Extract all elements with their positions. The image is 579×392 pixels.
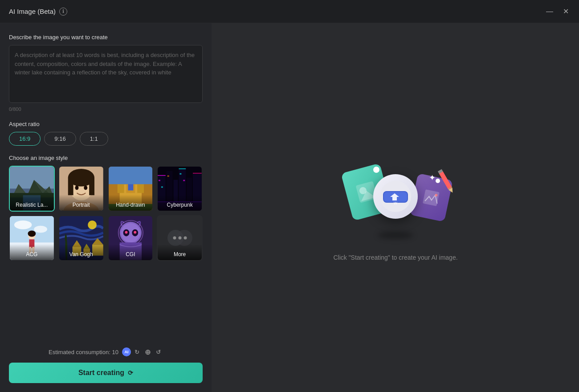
consumption-row: Estimated consumption: 10 AI ↻ ⊕ ↺ — [9, 347, 203, 356]
svg-rect-39 — [161, 186, 163, 188]
svg-point-54 — [28, 230, 36, 237]
style-label-cyberpunk: Cyberpunk — [158, 195, 202, 211]
style-card-cgi[interactable]: CGI — [108, 215, 154, 261]
image-style-label: Choose an image style — [9, 155, 203, 161]
title-controls: — ✕ — [545, 7, 570, 16]
window-title: AI Image (Beta) — [9, 8, 56, 15]
consumption-icons: AI ↻ ⊕ ↺ — [122, 347, 163, 356]
style-card-more[interactable]: More — [157, 215, 203, 261]
aspect-btn-1-1[interactable]: 1:1 — [80, 132, 108, 146]
svg-rect-38 — [159, 180, 160, 181]
svg-rect-42 — [183, 180, 185, 181]
bottom-area: Estimated consumption: 10 AI ↻ ⊕ ↺ Start… — [9, 347, 203, 383]
svg-point-13 — [75, 185, 78, 190]
style-label-cgi: CGI — [109, 244, 153, 260]
style-card-realistic[interactable]: Realistic La... — [9, 166, 55, 212]
refresh-icon: ↻ — [133, 347, 142, 356]
svg-point-14 — [84, 185, 87, 190]
svg-point-68 — [125, 231, 127, 233]
plus-icon: ⊕ — [143, 347, 152, 356]
aspect-btn-16-9[interactable]: 16:9 — [9, 132, 41, 146]
svg-rect-12 — [89, 178, 94, 196]
svg-point-69 — [134, 231, 136, 233]
svg-point-75 — [178, 237, 181, 240]
style-label-realistic: Realistic La... — [10, 195, 54, 211]
style-card-acg[interactable]: ACG — [9, 215, 55, 261]
start-creating-icon: ⟳ — [128, 369, 133, 376]
description-input[interactable] — [9, 45, 203, 103]
illus-robot: w — [373, 174, 418, 219]
illustration: ✦ — [338, 154, 453, 243]
style-card-cyberpunk[interactable]: Cyberpunk — [157, 166, 203, 212]
ai-badge: AI — [122, 347, 131, 356]
svg-point-48 — [34, 225, 47, 233]
char-count: 0/800 — [9, 106, 203, 112]
close-button[interactable]: ✕ — [561, 7, 570, 16]
right-panel-hint: Click "Start creating" to create your AI… — [333, 254, 457, 261]
illus-dot-white — [373, 167, 379, 173]
svg-text:w: w — [393, 200, 397, 205]
svg-point-47 — [14, 220, 32, 229]
sync-icon: ↺ — [154, 347, 163, 356]
aspect-ratio-section: Aspect ratio 16:9 9:16 1:1 — [9, 121, 203, 146]
style-label-van-gogh: Van Gogh — [59, 244, 103, 260]
svg-point-74 — [173, 237, 176, 240]
aspect-ratio-group: 16:9 9:16 1:1 — [9, 132, 203, 146]
description-label: Describe the image you want to create — [9, 34, 203, 41]
start-creating-button[interactable]: Start creating ⟳ — [9, 363, 203, 383]
style-card-hand-drawn[interactable]: Hand-drawn — [108, 166, 154, 212]
style-label-more: More — [158, 244, 202, 260]
svg-rect-80 — [423, 189, 440, 206]
aspect-btn-9-16[interactable]: 9:16 — [44, 132, 76, 146]
left-panel: Describe the image you want to create 0/… — [0, 23, 212, 392]
image-style-section: Choose an image style Rea — [9, 155, 203, 261]
svg-rect-40 — [167, 176, 169, 177]
title-bar: AI Image (Beta) ℹ — ✕ — [0, 0, 579, 23]
svg-rect-11 — [68, 178, 73, 196]
consumption-label: Estimated consumption: 10 — [49, 349, 118, 355]
right-panel: ✦ — [212, 23, 579, 392]
style-label-acg: ACG — [10, 244, 54, 260]
illus-shadow — [378, 232, 413, 239]
main-layout: Describe the image you want to create 0/… — [0, 23, 579, 392]
svg-rect-26 — [109, 167, 153, 184]
style-label-portrait: Portrait — [59, 195, 103, 211]
start-creating-label: Start creating — [78, 369, 124, 377]
info-icon[interactable]: ℹ — [59, 8, 67, 16]
aspect-ratio-label: Aspect ratio — [9, 121, 203, 127]
style-label-hand-drawn: Hand-drawn — [109, 195, 153, 211]
style-grid: Realistic La... — [9, 166, 203, 261]
svg-point-76 — [183, 237, 187, 240]
title-left: AI Image (Beta) ℹ — [9, 8, 67, 16]
minimize-button[interactable]: — — [545, 7, 554, 16]
svg-rect-41 — [180, 173, 182, 175]
svg-point-56 — [88, 220, 97, 229]
style-card-van-gogh[interactable]: Van Gogh — [58, 215, 104, 261]
style-card-portrait[interactable]: Portrait — [58, 166, 104, 212]
description-section: Describe the image you want to create 0/… — [9, 34, 203, 112]
